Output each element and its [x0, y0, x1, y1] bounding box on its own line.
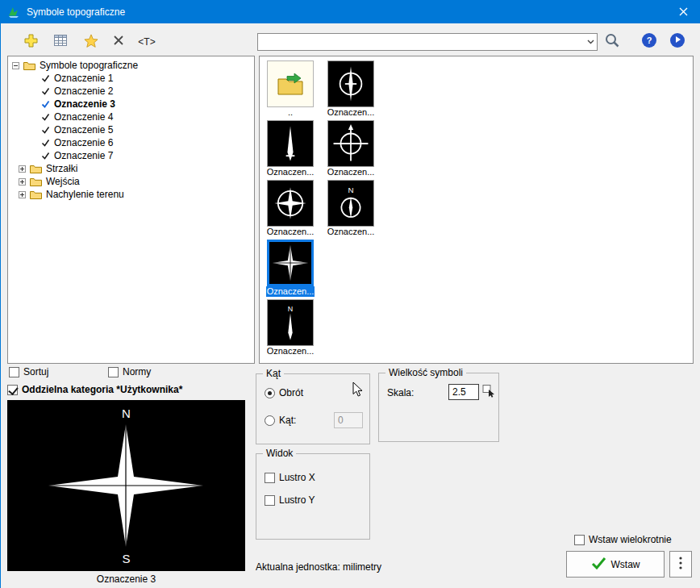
symbol-thumbnail-circle-star: [267, 180, 314, 227]
checkbox-box: [9, 367, 19, 377]
tree-item-label: Oznaczenie 3: [54, 98, 115, 110]
cell-label: Oznaczen...: [267, 167, 315, 177]
check-symbol-icon: [41, 74, 50, 83]
symbol-cell-6-selected[interactable]: Oznaczen...: [264, 240, 317, 297]
checkbox-box: [265, 495, 275, 506]
search-icon: [605, 33, 619, 51]
more-options-button[interactable]: [669, 551, 692, 578]
symbol-grid: .. Oznaczen... Oznaczen...: [259, 56, 694, 364]
tree-item-label: Oznaczenie 5: [54, 124, 113, 136]
angle-groupbox: Kąt Obrót Kąt:: [256, 373, 370, 444]
symbol-size-groupbox: Wielkość symboli Skala:: [378, 373, 499, 442]
cell-label: Oznaczen...: [327, 227, 375, 237]
help-button[interactable]: ?: [642, 33, 656, 48]
folder-up-icon: [267, 60, 314, 107]
symbol-cell-2[interactable]: Oznaczen...: [264, 120, 317, 177]
vertical-dots-icon: [679, 557, 682, 572]
details-view-button[interactable]: [50, 31, 71, 52]
close-button[interactable]: [665, 1, 700, 23]
checkbox-wstaw-wielokrotnie[interactable]: Wstaw wielokrotnie: [574, 534, 672, 545]
radio-label: Obrót: [279, 387, 303, 398]
text-symbol-button[interactable]: <T>: [133, 31, 160, 52]
symbol-cell-1[interactable]: Oznaczen...: [324, 60, 377, 118]
tree-folder-label: Wejścia: [46, 176, 80, 187]
symbol-thumbnail-circle-n: N: [327, 180, 374, 227]
tree-folder-wejscia[interactable]: Wejścia: [8, 175, 254, 188]
checkbox-label: Lustro Y: [279, 494, 315, 506]
view-groupbox: Widok Lustro X Lustro Y: [256, 453, 370, 540]
plus-icon: [24, 34, 38, 51]
checkbox-box: [574, 535, 585, 545]
tree-item-oznaczenie-3-selected[interactable]: Oznaczenie 3: [8, 98, 254, 111]
current-unit-text: Aktualna jednostka: milimetry: [256, 561, 381, 573]
table-icon: [54, 35, 67, 49]
close-icon: [679, 5, 688, 19]
angle-group-title: Kąt: [263, 368, 284, 379]
expand-icon[interactable]: [19, 165, 26, 173]
svg-text:N: N: [348, 186, 353, 194]
collapse-icon[interactable]: [12, 62, 19, 69]
tree-item-label: Oznaczenie 6: [54, 137, 113, 148]
tree-item-oznaczenie-4[interactable]: Oznaczenie 4: [8, 111, 254, 123]
symbol-cell-5[interactable]: N Oznaczen...: [324, 180, 377, 237]
favorites-button[interactable]: [81, 31, 102, 52]
radio-dot: [265, 388, 275, 398]
add-category-button[interactable]: [20, 31, 41, 52]
checkbox-lustro-x[interactable]: Lustro X: [265, 472, 315, 483]
folder-icon: [30, 164, 42, 173]
checkbox-label: Lustro X: [279, 472, 315, 483]
search-button[interactable]: [602, 31, 623, 52]
svg-text:N: N: [288, 305, 293, 313]
symbol-thumbnail-compass-circle: [327, 60, 374, 107]
checkbox-sortuj[interactable]: Sortuj: [9, 366, 48, 377]
delete-button[interactable]: [108, 31, 129, 52]
symbol-thumbnail-star4: [267, 240, 314, 286]
tree-item-oznaczenie-2[interactable]: Oznaczenie 2: [8, 85, 254, 98]
app-icon: [7, 6, 20, 19]
titlebar: Symbole topograficzne: [1, 1, 700, 23]
tree-item-oznaczenie-5[interactable]: Oznaczenie 5: [8, 123, 254, 136]
check-symbol-icon: [41, 113, 50, 122]
tree-item-label: Oznaczenie 2: [54, 85, 113, 97]
tree-item-oznaczenie-6[interactable]: Oznaczenie 6: [8, 136, 254, 149]
scale-input[interactable]: [448, 384, 479, 400]
folder-up-cell[interactable]: ..: [264, 60, 317, 118]
check-symbol-icon: [41, 152, 50, 161]
folder-icon: [23, 60, 35, 70]
checkbox-oddzielna-kategoria[interactable]: Oddzielna kategoria *Użytkownika*: [7, 384, 182, 395]
search-combobox[interactable]: [257, 33, 598, 51]
checkbox-normy[interactable]: Normy: [108, 366, 151, 377]
size-group-title: Wielkość symboli: [385, 367, 466, 378]
tree-item-oznaczenie-1[interactable]: Oznaczenie 1: [8, 72, 254, 85]
pick-scale-button[interactable]: [482, 384, 496, 402]
tree-folder-label: Strzałki: [46, 163, 77, 174]
question-mark-icon: ?: [647, 35, 652, 45]
tree-folder-nachylenie-terenu[interactable]: Nachylenie terenu: [8, 188, 254, 201]
radio-obrot[interactable]: Obrót: [265, 387, 303, 398]
check-symbol-icon: [41, 126, 50, 135]
symbol-cell-4[interactable]: Oznaczen...: [264, 180, 317, 237]
chevron-down-icon[interactable]: [584, 34, 597, 50]
tree-item-oznaczenie-7[interactable]: Oznaczenie 7: [8, 149, 254, 162]
tree-folder-strzalki[interactable]: Strzałki: [8, 162, 254, 175]
symbol-cell-7[interactable]: N Oznaczen...: [264, 299, 317, 357]
expand-icon[interactable]: [19, 178, 26, 186]
cell-label: ..: [288, 107, 293, 118]
cell-label: Oznaczen...: [267, 227, 315, 237]
search-input[interactable]: [258, 35, 584, 49]
expand-icon[interactable]: [19, 191, 26, 198]
symbol-cell-3[interactable]: Oznaczen...: [324, 120, 377, 177]
insert-button[interactable]: Wstaw: [566, 551, 665, 578]
checkbox-lustro-y[interactable]: Lustro Y: [265, 494, 315, 506]
cell-label: Oznaczen...: [327, 167, 375, 177]
checkbox-box: [108, 367, 119, 377]
tree-item-label: Oznaczenie 7: [54, 150, 113, 161]
scale-label: Skala:: [387, 387, 414, 398]
checkbox-box: [7, 385, 18, 395]
tree-item-label: Oznaczenie 4: [54, 111, 113, 123]
next-button[interactable]: [670, 33, 685, 48]
radio-kat[interactable]: Kąt:: [265, 415, 296, 426]
compass-star-graphic: [7, 400, 245, 571]
angle-value-input[interactable]: [334, 412, 363, 428]
tree-root-symbole-topograficzne[interactable]: Symbole topograficzne: [8, 59, 254, 72]
